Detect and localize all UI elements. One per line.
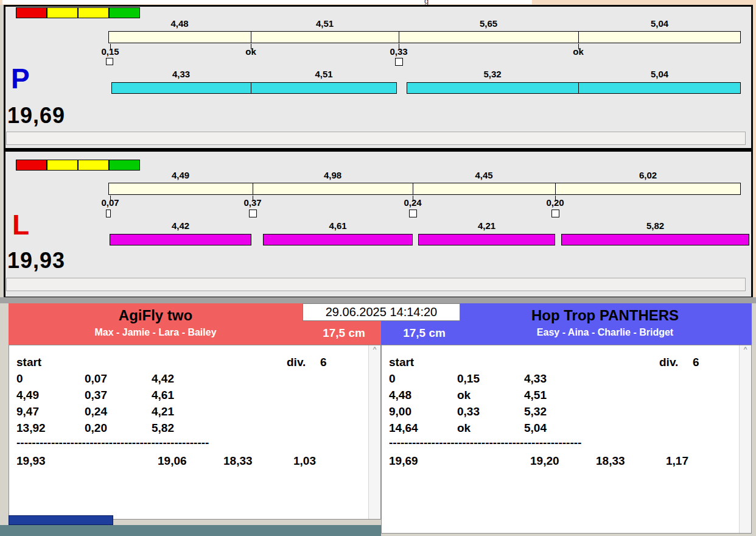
lane-l-run-bar-2 bbox=[263, 234, 413, 245]
result-panel-right: Hop Trop PANTHERS Easy - Aina - Charlie … bbox=[381, 303, 752, 534]
scrollbar-right-panel[interactable]: ^ bbox=[739, 345, 751, 533]
cell-run: 5,82 bbox=[152, 421, 174, 435]
lane-l-change-time-1: 0,07 bbox=[92, 197, 128, 208]
lane-p-leg-bar bbox=[108, 31, 741, 43]
lane-l-run-time-2: 4,61 bbox=[263, 220, 413, 231]
lane-l-run-bar-1 bbox=[110, 234, 251, 245]
lane-l-label: L bbox=[12, 211, 29, 239]
top-chrome-tab-area bbox=[2, 0, 532, 4]
dashed-separator-left: ----------------------------------------… bbox=[16, 436, 209, 450]
cell-start: 9,47 bbox=[16, 405, 39, 418]
result-row: 4,48 ok 4,51 bbox=[382, 389, 751, 404]
dashed-separator-right: ----------------------------------------… bbox=[389, 436, 581, 450]
lane-p-leg-bar-divider-3 bbox=[578, 31, 579, 43]
lane-l-run-bar-3 bbox=[418, 234, 555, 245]
lane-l-change-marker-box-3[interactable] bbox=[409, 210, 417, 217]
lane-l-status-light-yellow-2 bbox=[78, 160, 109, 171]
lane-p-status-light-yellow-1 bbox=[47, 7, 78, 18]
total-diff: 1,17 bbox=[666, 454, 688, 468]
lane-p-total-time: 19,69 bbox=[7, 105, 65, 127]
lane-p-run-time-2: 4,51 bbox=[251, 69, 397, 79]
cell-start: 14,64 bbox=[389, 421, 418, 435]
result-row: 14,64 ok 5,04 bbox=[382, 421, 751, 437]
jump-height-left: 17,5 cm bbox=[310, 326, 377, 340]
lane-l-leg-time-3: 4,45 bbox=[413, 170, 555, 180]
cell-change: 0,20 bbox=[85, 421, 107, 435]
lane-l-change-time-4: 0,20 bbox=[537, 197, 573, 208]
datetime-display: 29.06.2025 14:14:20 bbox=[303, 303, 460, 321]
cell-start: 0 bbox=[16, 372, 23, 386]
lane-l-run-time-4: 5,82 bbox=[561, 220, 749, 231]
div-value-right: 6 bbox=[693, 356, 699, 369]
lane-l-run-time-1: 4,42 bbox=[110, 220, 251, 231]
section-separator-band bbox=[0, 297, 756, 303]
cell-run: 4,21 bbox=[152, 405, 174, 418]
lane-p-run-time-4: 5,04 bbox=[578, 69, 741, 79]
cell-start: 9,00 bbox=[389, 405, 411, 418]
lane-p-change-marker-box-2[interactable] bbox=[395, 58, 403, 66]
cell-run: 4,42 bbox=[152, 372, 174, 386]
lane-l-change-time-2: 0,37 bbox=[234, 197, 271, 208]
div-value-left: 6 bbox=[320, 356, 327, 369]
result-row: 9,00 0,33 5,32 bbox=[382, 405, 751, 421]
scrollbar-left-panel[interactable]: ^ bbox=[368, 345, 380, 519]
lane-p-label: P bbox=[11, 65, 30, 93]
lane-p-leg-time-4: 5,04 bbox=[578, 18, 741, 29]
lane-l-run-time-3: 4,21 bbox=[418, 220, 555, 231]
cell-run: 5,04 bbox=[524, 421, 547, 435]
cell-start: 13,92 bbox=[16, 421, 46, 435]
lane-p-status-light-red bbox=[16, 7, 47, 18]
cell-run: 4,51 bbox=[524, 389, 547, 402]
lane-p-change-marker-box-1[interactable] bbox=[106, 58, 113, 65]
lane-l-leg-bar bbox=[108, 183, 741, 195]
lane-l-change-marker-box-4[interactable] bbox=[551, 210, 559, 217]
total-diff: 1,03 bbox=[293, 454, 316, 468]
result-row: 0 0,07 4,42 bbox=[9, 372, 380, 388]
lane-l-footer-strip bbox=[6, 278, 746, 291]
lane-l-change-marker-box-2[interactable] bbox=[249, 210, 257, 217]
bottom-taskbar-button[interactable] bbox=[9, 515, 113, 525]
total-best: 18,33 bbox=[223, 454, 253, 468]
lane-p-change-time-1: 0,15 bbox=[92, 46, 128, 57]
lane-p-run-time-1: 4,33 bbox=[111, 69, 251, 79]
start-label-left: start bbox=[16, 356, 41, 369]
cell-change: 0,37 bbox=[85, 389, 107, 402]
cell-run: 4,61 bbox=[152, 389, 174, 402]
cell-run: 4,33 bbox=[524, 372, 547, 386]
result-row: 9,47 0,24 4,21 bbox=[9, 405, 380, 421]
lane-l-status-light-yellow-1 bbox=[47, 160, 78, 171]
lane-l-change-marker-box-1[interactable] bbox=[106, 210, 111, 217]
total-alt: 19,20 bbox=[530, 454, 559, 468]
lane-l-total-time: 19,93 bbox=[7, 250, 65, 272]
lane-l-leg-time-2: 4,98 bbox=[253, 170, 413, 180]
lane-l-status-light-red bbox=[16, 160, 47, 171]
lane-p-run-bar-3 bbox=[407, 82, 579, 94]
cell-change: ok bbox=[457, 389, 471, 402]
result-panel-left: AgiFly two Max - Jamie - Lara - Bailey 1… bbox=[9, 303, 381, 520]
scroll-up-icon[interactable]: ^ bbox=[740, 345, 751, 354]
lane-l-leg-bar-divider-3 bbox=[555, 183, 556, 195]
lane-p-run-time-3: 5,32 bbox=[407, 69, 578, 79]
lane-l-status-light-green bbox=[109, 160, 140, 171]
start-label-right: start bbox=[389, 356, 414, 369]
lane-p-run-bar-1 bbox=[111, 82, 251, 94]
team-name-left: AgiFly two bbox=[9, 307, 303, 324]
cell-change: 0,24 bbox=[85, 405, 107, 418]
bottom-chrome-strip bbox=[0, 525, 381, 536]
totals-row-right: 19,69 19,20 18,33 1,17 bbox=[382, 454, 751, 470]
lane-l-leg-time-1: 4,49 bbox=[108, 170, 253, 180]
result-body-left: start div. 6 0 0,07 4,42 4,49 0,37 4,61 … bbox=[9, 345, 381, 520]
result-row: 0 0,15 4,33 bbox=[382, 372, 751, 388]
lane-p-change-time-2: ok bbox=[233, 46, 269, 57]
scroll-up-icon[interactable]: ^ bbox=[369, 345, 380, 354]
lane-p-run-bar-2 bbox=[251, 82, 397, 94]
cell-start: 4,48 bbox=[389, 389, 411, 402]
team-members-right: Easy - Aina - Charlie - Bridget bbox=[459, 327, 751, 338]
result-row: 4,49 0,37 4,61 bbox=[9, 389, 380, 404]
team-name-right: Hop Trop PANTHERS bbox=[459, 307, 751, 324]
lane-p-leg-time-3: 5,65 bbox=[399, 18, 578, 29]
cell-change: 0,07 bbox=[85, 372, 107, 386]
cell-change: 0,15 bbox=[457, 372, 480, 386]
lane-p-status-light-yellow-2 bbox=[78, 7, 109, 18]
lane-p-change-time-4: ok bbox=[560, 46, 597, 57]
